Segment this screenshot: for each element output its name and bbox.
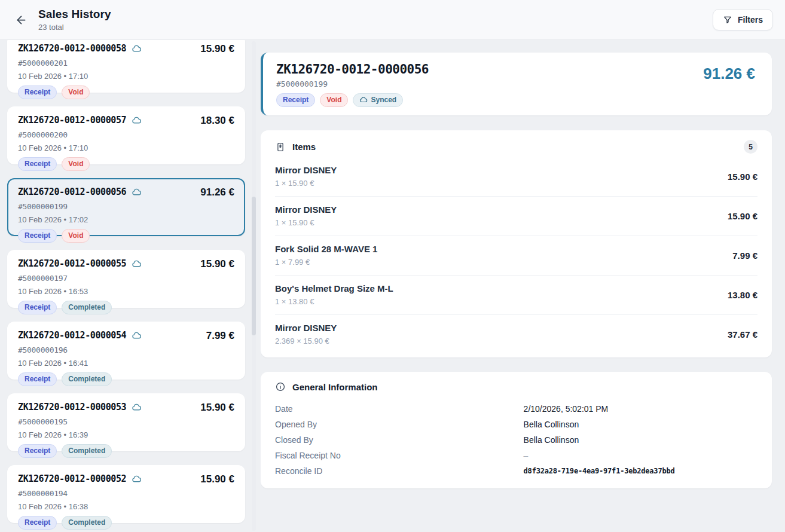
arrow-left-icon bbox=[15, 14, 28, 26]
sale-detail-receipt-number: #5000000199 bbox=[276, 80, 429, 88]
item-quantity-line: 1 × 15.90 € bbox=[275, 179, 337, 188]
status-badge-receipt: Receipt bbox=[18, 157, 57, 171]
sale-card[interactable]: ZK126720-0012-0000056 91.26 € #500000019… bbox=[7, 178, 245, 236]
sale-id-text: ZK126720-0012-0000052 bbox=[18, 473, 126, 484]
item-name: Mirror DISNEY bbox=[275, 323, 337, 333]
receipt-number: #5000000195 bbox=[18, 417, 234, 426]
sale-card[interactable]: ZK126720-0012-0000052 15.90 € #500000019… bbox=[7, 465, 245, 523]
sale-id: ZK126720-0012-0000057 bbox=[18, 115, 142, 126]
status-badge-receipt: Receipt bbox=[18, 85, 57, 99]
info-label: Opened By bbox=[275, 420, 524, 429]
list-scrollbar-thumb[interactable] bbox=[252, 197, 256, 335]
item-quantity-line: 1 × 7.99 € bbox=[275, 258, 377, 267]
item-info: Fork Solid 28 M-WAVE 1 1 × 7.99 € bbox=[275, 244, 377, 267]
item-quantity-line: 1 × 15.90 € bbox=[275, 218, 337, 227]
general-information-card: General Information Date 2/10/2026, 5:02… bbox=[261, 372, 772, 488]
sale-id: ZK126720-0012-0000055 bbox=[18, 258, 142, 269]
page-title: Sales History bbox=[38, 8, 111, 21]
info-row: Fiscal Receipt No – bbox=[275, 448, 757, 463]
top-bar: Sales History 23 total Filters bbox=[0, 0, 785, 40]
sale-badges: ReceiptVoid bbox=[18, 85, 234, 99]
sale-amount: 15.90 € bbox=[200, 258, 234, 270]
sale-badges: ReceiptVoid bbox=[18, 157, 234, 171]
sale-badges: ReceiptVoid bbox=[18, 229, 234, 243]
total-count: 23 total bbox=[38, 23, 111, 32]
sale-id-text: ZK126720-0012-0000057 bbox=[18, 115, 126, 126]
sale-id: ZK126720-0012-0000056 bbox=[18, 186, 142, 197]
info-label: Reconcile ID bbox=[275, 466, 524, 476]
status-badge-receipt: Receipt bbox=[18, 229, 57, 243]
info-label: Date bbox=[275, 404, 524, 414]
back-button[interactable] bbox=[11, 10, 31, 30]
sale-card[interactable]: ZK126720-0012-0000054 7.99 € #5000000196… bbox=[7, 322, 245, 380]
sale-card[interactable]: ZK126720-0012-0000057 18.30 € #500000020… bbox=[7, 106, 245, 164]
status-badge-void: Void bbox=[62, 85, 90, 99]
sale-detail-badges: ReceiptVoidSynced bbox=[276, 93, 429, 107]
item-row: Fork Solid 28 M-WAVE 1 1 × 7.99 € 7.99 € bbox=[275, 236, 757, 275]
info-value: d8f32a28-719e-4ea9-97f1-3eb2dea37bbd bbox=[524, 467, 675, 475]
sale-card-top-row: ZK126720-0012-0000054 7.99 € bbox=[18, 330, 234, 342]
sale-amount: 15.90 € bbox=[200, 473, 234, 485]
sale-datetime: 10 Feb 2026 • 17:10 bbox=[18, 72, 234, 81]
main-content: ZK126720-0012-0000058 15.90 € #500000020… bbox=[0, 40, 785, 532]
receipt-number: #5000000194 bbox=[18, 489, 234, 498]
sale-amount: 15.90 € bbox=[200, 43, 234, 55]
info-row: Opened By Bella Collinson bbox=[275, 417, 757, 432]
cloud-synced-icon bbox=[132, 44, 142, 54]
sale-card[interactable]: ZK126720-0012-0000055 15.90 € #500000019… bbox=[7, 250, 245, 308]
sale-id-text: ZK126720-0012-0000058 bbox=[18, 43, 126, 54]
receipt-number: #5000000197 bbox=[18, 274, 234, 283]
item-info: Mirror DISNEY 1 × 15.90 € bbox=[275, 165, 337, 188]
receipt-number: #5000000200 bbox=[18, 130, 234, 139]
sale-detail-panel: ZK126720-0012-0000056 #5000000199 Receip… bbox=[261, 40, 785, 532]
sale-id-text: ZK126720-0012-0000053 bbox=[18, 402, 126, 412]
info-value: 2/10/2026, 5:02:01 PM bbox=[524, 404, 609, 414]
sale-id: ZK126720-0012-0000053 bbox=[18, 402, 142, 412]
general-information-heading: General Information bbox=[275, 381, 757, 396]
receipt-number: #5000000201 bbox=[18, 59, 234, 68]
general-information-rows: Date 2/10/2026, 5:02:01 PM Opened By Bel… bbox=[275, 401, 757, 479]
status-badge-receipt: Receipt bbox=[18, 301, 57, 314]
sales-list: ZK126720-0012-0000058 15.90 € #500000020… bbox=[7, 40, 245, 532]
status-badge-completed: Completed bbox=[62, 372, 112, 386]
general-information-title: General Information bbox=[292, 382, 378, 392]
info-label: Closed By bbox=[275, 435, 524, 445]
sale-card-top-row: ZK126720-0012-0000055 15.90 € bbox=[18, 258, 234, 270]
sale-datetime: 10 Feb 2026 • 16:38 bbox=[18, 502, 234, 511]
funnel-icon bbox=[723, 15, 732, 25]
sale-card-top-row: ZK126720-0012-0000052 15.90 € bbox=[18, 473, 234, 485]
items-heading: Items 5 bbox=[275, 140, 757, 157]
status-badge-receipt: Receipt bbox=[18, 444, 57, 458]
item-price: 15.90 € bbox=[728, 172, 757, 182]
sale-card-top-row: ZK126720-0012-0000053 15.90 € bbox=[18, 402, 234, 414]
sale-card[interactable]: ZK126720-0012-0000058 15.90 € #500000020… bbox=[7, 40, 245, 93]
item-info: Mirror DISNEY 2.369 × 15.90 € bbox=[275, 323, 337, 346]
item-name: Mirror DISNEY bbox=[275, 165, 337, 175]
sale-card-top-row: ZK126720-0012-0000057 18.30 € bbox=[18, 115, 234, 127]
filters-button[interactable]: Filters bbox=[713, 9, 773, 30]
items-card: Items 5 Mirror DISNEY 1 × 15.90 € 15.90 … bbox=[261, 130, 772, 357]
sale-id-text: ZK126720-0012-0000056 bbox=[18, 186, 126, 197]
title-block: Sales History 23 total bbox=[38, 8, 111, 32]
list-scrollbar-track bbox=[252, 41, 256, 531]
sale-detail-header-card: ZK126720-0012-0000056 #5000000199 Receip… bbox=[261, 53, 772, 115]
sale-id: ZK126720-0012-0000052 bbox=[18, 473, 142, 484]
info-row: Closed By Bella Collinson bbox=[275, 432, 757, 448]
status-badge-receipt: Receipt bbox=[18, 372, 57, 386]
status-badge-completed: Completed bbox=[62, 301, 112, 314]
sale-datetime: 10 Feb 2026 • 17:02 bbox=[18, 215, 234, 224]
item-row: Mirror DISNEY 1 × 15.90 € 15.90 € bbox=[275, 196, 757, 236]
item-info: Mirror DISNEY 1 × 15.90 € bbox=[275, 204, 337, 227]
cloud-synced-icon bbox=[132, 474, 142, 484]
item-quantity-line: 2.369 × 15.90 € bbox=[275, 337, 337, 346]
sale-amount: 7.99 € bbox=[206, 330, 234, 342]
sale-card-top-row: ZK126720-0012-0000056 91.26 € bbox=[18, 186, 234, 198]
item-row: Boy's Helmet Drag Size M-L 1 × 13.80 € 1… bbox=[275, 275, 757, 314]
sale-detail-head-left: ZK126720-0012-0000056 #5000000199 Receip… bbox=[276, 62, 429, 107]
receipt-number: #5000000196 bbox=[18, 346, 234, 354]
item-name: Mirror DISNEY bbox=[275, 204, 337, 215]
status-badge-void: Void bbox=[62, 229, 90, 243]
sale-card[interactable]: ZK126720-0012-0000053 15.90 € #500000019… bbox=[7, 393, 245, 451]
sale-amount: 91.26 € bbox=[200, 186, 234, 198]
item-price: 13.80 € bbox=[728, 290, 757, 300]
